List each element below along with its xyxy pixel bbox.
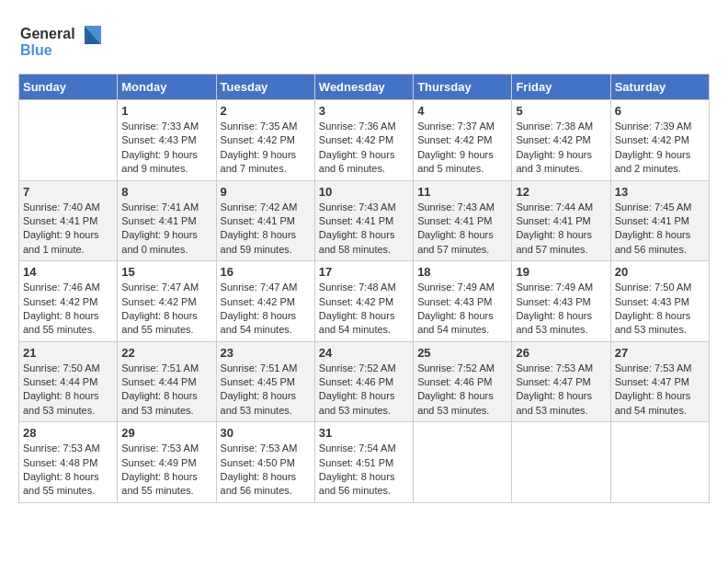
day-cell: 13Sunrise: 7:45 AM Sunset: 4:41 PM Dayli… bbox=[610, 180, 709, 261]
day-info: Sunrise: 7:47 AM Sunset: 4:42 PM Dayligh… bbox=[221, 281, 311, 338]
day-header-thursday: Thursday bbox=[414, 75, 512, 100]
day-cell: 9Sunrise: 7:42 AM Sunset: 4:41 PM Daylig… bbox=[216, 180, 314, 261]
day-number: 28 bbox=[23, 426, 113, 440]
day-cell: 10Sunrise: 7:43 AM Sunset: 4:41 PM Dayli… bbox=[314, 180, 413, 261]
day-number: 29 bbox=[121, 426, 211, 440]
day-cell: 28Sunrise: 7:53 AM Sunset: 4:48 PM Dayli… bbox=[19, 422, 118, 503]
day-info: Sunrise: 7:36 AM Sunset: 4:42 PM Dayligh… bbox=[319, 120, 409, 177]
svg-text:General: General bbox=[20, 26, 75, 41]
svg-text:Blue: Blue bbox=[20, 42, 52, 58]
day-info: Sunrise: 7:53 AM Sunset: 4:49 PM Dayligh… bbox=[121, 442, 211, 499]
day-cell: 1Sunrise: 7:33 AM Sunset: 4:43 PM Daylig… bbox=[118, 100, 216, 181]
day-info: Sunrise: 7:53 AM Sunset: 4:48 PM Dayligh… bbox=[23, 442, 113, 499]
day-info: Sunrise: 7:51 AM Sunset: 4:44 PM Dayligh… bbox=[121, 362, 211, 419]
day-number: 31 bbox=[319, 426, 409, 440]
day-header-saturday: Saturday bbox=[610, 75, 709, 100]
day-number: 5 bbox=[516, 104, 606, 118]
day-number: 4 bbox=[417, 104, 507, 118]
day-cell: 30Sunrise: 7:53 AM Sunset: 4:50 PM Dayli… bbox=[216, 422, 314, 503]
day-number: 11 bbox=[417, 185, 507, 199]
day-number: 30 bbox=[221, 426, 311, 440]
day-cell: 4Sunrise: 7:37 AM Sunset: 4:42 PM Daylig… bbox=[414, 100, 512, 181]
day-info: Sunrise: 7:50 AM Sunset: 4:43 PM Dayligh… bbox=[615, 281, 705, 338]
day-cell: 11Sunrise: 7:43 AM Sunset: 4:41 PM Dayli… bbox=[414, 180, 512, 261]
day-number: 16 bbox=[221, 265, 311, 279]
calendar-body: 1Sunrise: 7:33 AM Sunset: 4:43 PM Daylig… bbox=[19, 100, 710, 503]
day-header-tuesday: Tuesday bbox=[216, 75, 314, 100]
day-cell: 25Sunrise: 7:52 AM Sunset: 4:46 PM Dayli… bbox=[414, 341, 512, 422]
calendar-table: SundayMondayTuesdayWednesdayThursdayFrid… bbox=[18, 74, 710, 503]
day-number: 20 bbox=[615, 265, 705, 279]
day-number: 15 bbox=[121, 265, 211, 279]
day-number: 10 bbox=[319, 185, 409, 199]
logo-icon: General Blue bbox=[18, 18, 119, 64]
day-cell bbox=[610, 422, 709, 503]
day-info: Sunrise: 7:51 AM Sunset: 4:45 PM Dayligh… bbox=[221, 362, 311, 419]
day-number: 23 bbox=[221, 346, 311, 360]
day-cell: 26Sunrise: 7:53 AM Sunset: 4:47 PM Dayli… bbox=[512, 341, 610, 422]
day-info: Sunrise: 7:39 AM Sunset: 4:42 PM Dayligh… bbox=[615, 120, 705, 177]
day-cell: 15Sunrise: 7:47 AM Sunset: 4:42 PM Dayli… bbox=[118, 261, 216, 342]
day-info: Sunrise: 7:52 AM Sunset: 4:46 PM Dayligh… bbox=[417, 362, 507, 419]
week-row-2: 7Sunrise: 7:40 AM Sunset: 4:41 PM Daylig… bbox=[19, 180, 710, 261]
day-header-monday: Monday bbox=[118, 75, 216, 100]
day-cell: 18Sunrise: 7:49 AM Sunset: 4:43 PM Dayli… bbox=[414, 261, 512, 342]
day-cell: 21Sunrise: 7:50 AM Sunset: 4:44 PM Dayli… bbox=[19, 341, 118, 422]
day-info: Sunrise: 7:33 AM Sunset: 4:43 PM Dayligh… bbox=[121, 120, 211, 177]
day-number: 13 bbox=[615, 185, 705, 199]
day-cell: 6Sunrise: 7:39 AM Sunset: 4:42 PM Daylig… bbox=[610, 100, 709, 181]
day-header-friday: Friday bbox=[512, 75, 610, 100]
day-info: Sunrise: 7:52 AM Sunset: 4:46 PM Dayligh… bbox=[319, 362, 409, 419]
day-number: 25 bbox=[417, 346, 507, 360]
day-info: Sunrise: 7:42 AM Sunset: 4:41 PM Dayligh… bbox=[221, 201, 311, 258]
day-info: Sunrise: 7:45 AM Sunset: 4:41 PM Dayligh… bbox=[615, 201, 705, 258]
week-row-1: 1Sunrise: 7:33 AM Sunset: 4:43 PM Daylig… bbox=[19, 100, 710, 181]
calendar-header-row: SundayMondayTuesdayWednesdayThursdayFrid… bbox=[19, 75, 710, 100]
day-number: 3 bbox=[319, 104, 409, 118]
day-cell: 14Sunrise: 7:46 AM Sunset: 4:42 PM Dayli… bbox=[19, 261, 118, 342]
day-cell: 8Sunrise: 7:41 AM Sunset: 4:41 PM Daylig… bbox=[118, 180, 216, 261]
day-number: 22 bbox=[121, 346, 211, 360]
day-info: Sunrise: 7:37 AM Sunset: 4:42 PM Dayligh… bbox=[417, 120, 507, 177]
day-info: Sunrise: 7:47 AM Sunset: 4:42 PM Dayligh… bbox=[121, 281, 211, 338]
day-cell: 5Sunrise: 7:38 AM Sunset: 4:42 PM Daylig… bbox=[512, 100, 610, 181]
day-header-wednesday: Wednesday bbox=[314, 75, 413, 100]
day-cell: 22Sunrise: 7:51 AM Sunset: 4:44 PM Dayli… bbox=[118, 341, 216, 422]
day-cell: 7Sunrise: 7:40 AM Sunset: 4:41 PM Daylig… bbox=[19, 180, 118, 261]
day-cell bbox=[19, 100, 118, 181]
day-number: 24 bbox=[319, 346, 409, 360]
day-number: 26 bbox=[516, 346, 606, 360]
day-info: Sunrise: 7:46 AM Sunset: 4:42 PM Dayligh… bbox=[23, 281, 113, 338]
day-info: Sunrise: 7:49 AM Sunset: 4:43 PM Dayligh… bbox=[516, 281, 606, 338]
day-number: 27 bbox=[615, 346, 705, 360]
day-cell: 31Sunrise: 7:54 AM Sunset: 4:51 PM Dayli… bbox=[314, 422, 413, 503]
day-info: Sunrise: 7:54 AM Sunset: 4:51 PM Dayligh… bbox=[319, 442, 409, 499]
day-cell bbox=[512, 422, 610, 503]
day-cell: 17Sunrise: 7:48 AM Sunset: 4:42 PM Dayli… bbox=[314, 261, 413, 342]
day-number: 21 bbox=[23, 346, 113, 360]
day-number: 8 bbox=[121, 185, 211, 199]
day-cell: 23Sunrise: 7:51 AM Sunset: 4:45 PM Dayli… bbox=[216, 341, 314, 422]
week-row-3: 14Sunrise: 7:46 AM Sunset: 4:42 PM Dayli… bbox=[19, 261, 710, 342]
header: General Blue bbox=[18, 18, 710, 64]
day-info: Sunrise: 7:53 AM Sunset: 4:47 PM Dayligh… bbox=[516, 362, 606, 419]
day-info: Sunrise: 7:48 AM Sunset: 4:42 PM Dayligh… bbox=[319, 281, 409, 338]
day-info: Sunrise: 7:41 AM Sunset: 4:41 PM Dayligh… bbox=[121, 201, 211, 258]
day-info: Sunrise: 7:43 AM Sunset: 4:41 PM Dayligh… bbox=[417, 201, 507, 258]
day-cell: 16Sunrise: 7:47 AM Sunset: 4:42 PM Dayli… bbox=[216, 261, 314, 342]
day-cell: 20Sunrise: 7:50 AM Sunset: 4:43 PM Dayli… bbox=[610, 261, 709, 342]
day-cell bbox=[414, 422, 512, 503]
day-info: Sunrise: 7:38 AM Sunset: 4:42 PM Dayligh… bbox=[516, 120, 606, 177]
day-number: 12 bbox=[516, 185, 606, 199]
day-info: Sunrise: 7:53 AM Sunset: 4:50 PM Dayligh… bbox=[221, 442, 311, 499]
day-info: Sunrise: 7:44 AM Sunset: 4:41 PM Dayligh… bbox=[516, 201, 606, 258]
day-info: Sunrise: 7:50 AM Sunset: 4:44 PM Dayligh… bbox=[23, 362, 113, 419]
day-number: 9 bbox=[221, 185, 311, 199]
day-number: 14 bbox=[23, 265, 113, 279]
day-info: Sunrise: 7:40 AM Sunset: 4:41 PM Dayligh… bbox=[23, 201, 113, 258]
day-info: Sunrise: 7:35 AM Sunset: 4:42 PM Dayligh… bbox=[221, 120, 311, 177]
day-number: 18 bbox=[417, 265, 507, 279]
day-cell: 2Sunrise: 7:35 AM Sunset: 4:42 PM Daylig… bbox=[216, 100, 314, 181]
day-cell: 29Sunrise: 7:53 AM Sunset: 4:49 PM Dayli… bbox=[118, 422, 216, 503]
day-number: 1 bbox=[121, 104, 211, 118]
